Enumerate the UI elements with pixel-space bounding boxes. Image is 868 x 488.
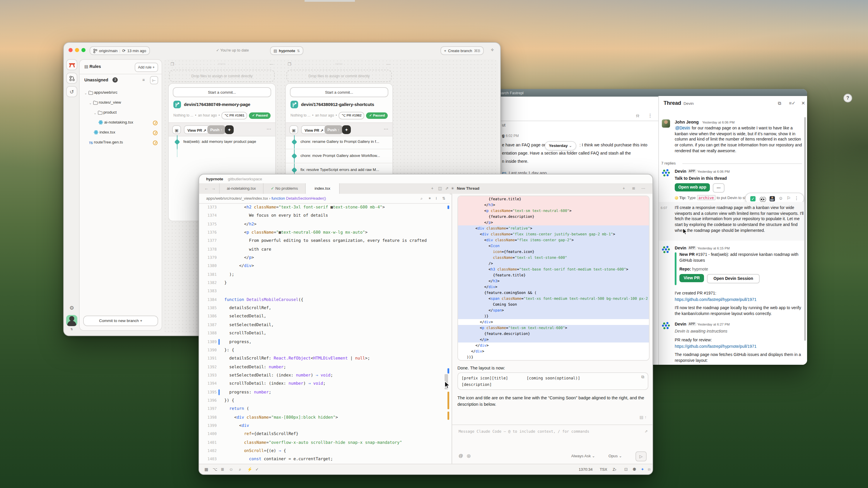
model-dropdown[interactable]: Opus ⌄ [609,454,622,458]
code-line[interactable]: 1398 <div className="max-[800px]:block h… [199,413,450,422]
push-button[interactable]: Push ↑ [324,125,342,134]
permission-mode-dropdown[interactable]: Always Ask ⌄ [571,454,595,458]
tab-ai-notetaking[interactable]: ai-notetaking.tsx [219,183,264,194]
message-more-button[interactable]: ⋯ [713,183,724,193]
tree-item-routes-view[interactable]: ⌄ routes/_view [80,98,162,108]
code-line[interactable]: 1403 const container = e.currentTarget; [199,455,450,464]
create-branch-button[interactable]: +Create branch⌘B [440,46,484,55]
editor-project-label[interactable]: hyprnote [206,177,223,181]
message-timestamp[interactable]: 6:07 [661,206,668,209]
language-mode[interactable]: TSX [600,467,608,471]
expand-icon[interactable]: ⇗ [445,186,448,191]
devin-avatar[interactable] [662,169,670,177]
window-zoom-button[interactable] [82,48,86,52]
message-timestamp[interactable]: Yesterday at 6:06 PM [702,121,735,124]
chevron-updown-icon[interactable]: ⇅ [66,326,77,332]
more-vertical-icon[interactable]: ⋮ [795,196,799,201]
drop-zone[interactable]: Drop files to assign or commit directly [169,70,275,82]
branches-tab-button[interactable] [66,73,77,84]
focus-context-icon[interactable]: ◎ [467,453,471,458]
view-pr-button[interactable]: View PR ↗ [184,125,210,134]
inline-assist-icon[interactable]: I [436,196,437,200]
copy-icon[interactable]: ⧉ [641,375,644,380]
collab-panel-icon[interactable]: ☺ [229,467,233,471]
lane-more-icon[interactable]: ⋯ [386,62,391,67]
ai-sparkle-button[interactable]: ✦ [225,125,234,134]
open-in-window-icon[interactable]: ⧉ [778,101,781,106]
user-avatar[interactable] [66,315,77,326]
code-line[interactable]: 1380 </div> [199,262,450,270]
code-line[interactable]: 1388 scrollToDetail, [199,329,450,337]
tree-item-index-tsx[interactable]: index.tsx [80,128,162,138]
pr-attachment-title[interactable]: New PR #1971 - feat(web): add responsive… [679,252,805,263]
code-line[interactable]: 1397 return ( [199,405,450,413]
add-rule-button[interactable]: Add rule + [134,62,158,72]
code-line[interactable]: 1396}) { [199,396,450,405]
add-reaction-icon[interactable]: ☺ [778,196,783,201]
bookmark-icon[interactable]: ⚐ [786,196,790,201]
eyes-reaction-icon[interactable] [760,196,766,200]
devin-avatar[interactable] [662,321,670,330]
code-line[interactable]: 1399 <div [199,422,450,430]
ci-status-badge[interactable]: ✓ Passed [249,112,271,119]
list-view-toggle[interactable]: ≡ [140,76,148,84]
search-status-icon[interactable]: ⌕ [239,467,241,471]
code-line[interactable]: 1375 </h2> [199,220,450,228]
panel-icon[interactable]: ▣ [172,125,181,134]
mention-context-icon[interactable]: @ [459,453,463,458]
code-line[interactable]: 1393 setSelectedDetail: (index: number) … [199,371,450,380]
zed-copilot-label[interactable]: Z› [613,467,616,471]
date-jump-pill[interactable]: Yesterday ⌄ [545,141,576,151]
code-line[interactable]: 1378 with care [199,245,450,254]
code-line[interactable]: 1402 onScroll={(e) ⇒ { [199,447,450,455]
code-line[interactable]: 1381 ); [199,270,450,279]
search-icon[interactable]: ⌕ [421,196,423,201]
commit-row[interactable]: feat(web): add memory layer product page [169,135,275,149]
pr-badge[interactable]: ⌥ PR #1981 [222,111,247,119]
pr-badge[interactable]: ⌥ PR #1982 [339,111,365,119]
lane-more-icon[interactable]: ⋯ [270,62,274,67]
code-line[interactable]: 1374 We focus on every bit of details [199,212,450,220]
bell-icon[interactable]: ⍾ [636,113,639,119]
pr-link[interactable]: https://github.com/fastrepl/hyprnote/pul… [675,344,805,349]
assistant-more-icon[interactable]: ⋯ [641,186,645,191]
message-author[interactable]: Devin APP Yesterday at 6:27 PM [675,321,730,327]
settings-gear-icon[interactable]: ⚙ [66,302,77,313]
input-expand-icon[interactable]: ⇗ [645,429,648,434]
editor-breadcrumb[interactable]: apps/web/src/routes/_view/index.tsx › fu… [199,194,450,204]
debug-icon[interactable]: ⚉ [632,467,637,471]
view-pr-button[interactable]: View PR ↗ [301,125,327,134]
nav-back-icon[interactable]: ← [205,186,209,190]
code-editor[interactable]: 1373 <h2 className="text-3xl font-serif … [199,203,450,464]
scroll-up-icon[interactable]: ↑ [645,415,647,419]
outline-panel-icon[interactable]: ≣ [221,467,224,471]
thread-options-icon[interactable]: ≡✓ [789,101,796,106]
open-devin-session-button[interactable]: Open Devin Session [707,274,760,283]
magic-icon[interactable]: ✶ [428,196,431,201]
pr-link[interactable]: https://github.com/fastrepl/hyprnote/pul… [675,297,805,302]
git-panel-icon[interactable]: ⌥ [213,467,217,471]
tree-item-product[interactable]: ⌄ product [80,108,162,118]
cursor-position[interactable]: 1370:34 [579,467,593,471]
code-line[interactable]: 1389 progress, [199,337,450,346]
panel-icon[interactable]: ▣ [289,125,298,134]
message-author[interactable]: John Jeong [675,120,699,125]
diagnostics-ok-icon[interactable]: ✓ [255,467,259,471]
mail-icon[interactable]: ✉ [66,335,77,336]
message-author[interactable]: Devin APP Yesterday at 6:15 PM [675,245,730,251]
branch-more-icon[interactable]: ⋯ [267,127,271,132]
assistant-history-icon[interactable]: ≌ [632,186,636,191]
open-web-app-button[interactable]: Open web app [675,183,710,191]
tree-item-apps-web-src[interactable]: ⌄ apps/web/src [80,88,162,98]
code-line[interactable]: 1373 <h2 className="text-3xl font-serif … [199,203,450,212]
code-line[interactable]: 1390}: { [199,346,450,355]
code-line[interactable]: 1384function DetailsMobileCarousel({ [199,296,450,304]
project-panel-icon[interactable]: ▦ [205,467,208,471]
code-line[interactable]: 1383 [199,287,450,296]
terminal-icon[interactable]: ⊡ [624,467,628,471]
mention[interactable]: @Devin [675,126,690,130]
technologist-reaction-icon[interactable] [770,196,775,201]
lane-header[interactable]: ❐∷∷∷⋯ [285,60,393,68]
nav-forward-icon[interactable]: → [211,186,216,190]
editor-scrollbar[interactable] [443,203,450,464]
